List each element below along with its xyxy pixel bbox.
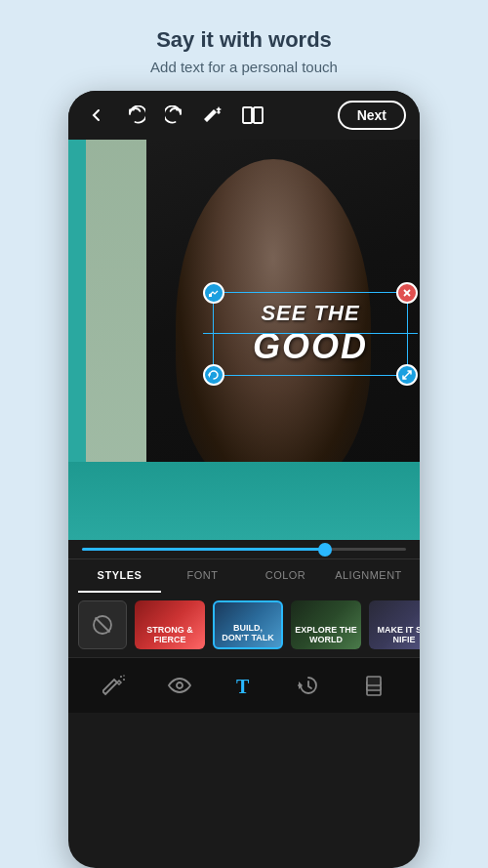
svg-point-10 [123,675,125,677]
text-size-slider[interactable] [68,540,420,558]
style-tabs: STYLES FONT COLOR ALIGNMENT [68,558,420,593]
svg-rect-3 [209,294,212,297]
style-card-label: EXPLORE THE WORLD [295,626,357,645]
svg-rect-15 [367,677,381,685]
next-button[interactable]: Next [338,101,406,130]
tab-font[interactable]: FONT [161,559,244,593]
style-card-label: BUILD, DON'T TALK [219,624,277,643]
style-make-it-card[interactable]: MAKE IT SIG NIFIE [369,600,420,649]
svg-rect-1 [254,107,263,123]
svg-point-8 [120,676,122,678]
history-nav-button[interactable] [291,668,326,703]
magic-edit-button[interactable] [199,101,228,130]
editor-toolbar: Next [68,91,420,140]
svg-rect-0 [243,107,252,123]
style-explore-world-card[interactable]: EXPLORE THE WORLD [291,600,361,649]
slider-fill [82,548,325,551]
style-none-card[interactable] [78,600,127,649]
back-button[interactable] [82,101,111,130]
overlay-text-line2: GOOD [224,326,397,367]
image-canvas[interactable]: SEE THE GOOD [68,140,420,540]
rotate-handle[interactable] [203,364,224,386]
style-strong-fierce-card[interactable]: STRONG & FIERCE [135,600,205,649]
compare-button[interactable] [238,101,267,130]
svg-point-9 [123,679,125,681]
resize-handle[interactable] [396,364,418,386]
magic-wand-nav-button[interactable] [97,668,132,703]
style-build-dont-talk-card[interactable]: BUILD, DON'T TALK [213,600,283,649]
style-cards-row: STRONG & FIERCE BUILD, DON'T TALK EXPLOR… [68,593,420,657]
style-card-label: STRONG & FIERCE [139,626,201,645]
bottom-navigation: T [68,657,420,713]
page-title: Say it with words [150,27,338,53]
page-subtitle: Add text for a personal touch [150,59,338,75]
text-nav-button[interactable]: T [226,668,262,703]
edit-handle[interactable] [203,282,224,304]
text-overlay[interactable]: SEE THE GOOD [213,292,408,376]
text-selection-box[interactable]: SEE THE GOOD [213,292,408,376]
slider-thumb[interactable] [318,543,332,557]
slider-track[interactable] [82,548,406,551]
svg-text:T: T [236,676,250,697]
phone-mockup: Next [68,91,420,868]
style-card-label: MAKE IT SIG NIFIE [373,626,420,645]
tab-color[interactable]: COLOR [244,559,327,593]
redo-button[interactable] [160,101,189,130]
overlay-text-line1: SEE THE [224,301,397,326]
svg-line-7 [96,618,110,633]
eye-nav-button[interactable] [162,668,197,703]
undo-button[interactable] [121,101,150,130]
layers-nav-button[interactable] [356,668,391,703]
tab-alignment[interactable]: ALIGNMENT [327,559,410,593]
close-handle[interactable] [396,282,418,304]
photo-teal-bottom [68,462,420,540]
svg-point-11 [177,682,183,688]
tab-styles[interactable]: STYLES [78,559,161,593]
